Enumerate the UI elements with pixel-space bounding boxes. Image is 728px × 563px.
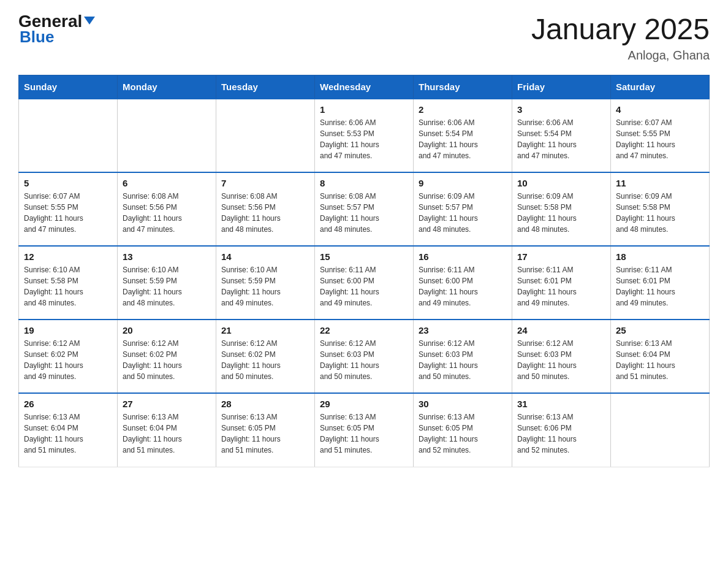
- day-info: Sunrise: 6:13 AM Sunset: 6:05 PM Dayligh…: [221, 412, 309, 456]
- calendar-cell: 14Sunrise: 6:10 AM Sunset: 5:59 PM Dayli…: [216, 246, 315, 320]
- calendar-cell: 8Sunrise: 6:08 AM Sunset: 5:57 PM Daylig…: [315, 172, 414, 246]
- calendar-week-row: 19Sunrise: 6:12 AM Sunset: 6:02 PM Dayli…: [19, 320, 710, 393]
- day-number: 16: [419, 251, 507, 262]
- day-number: 10: [517, 178, 605, 188]
- calendar-cell: 9Sunrise: 6:09 AM Sunset: 5:57 PM Daylig…: [414, 172, 512, 246]
- calendar-cell: 21Sunrise: 6:12 AM Sunset: 6:02 PM Dayli…: [216, 320, 315, 393]
- calendar-cell: [611, 393, 710, 467]
- day-number: 1: [320, 104, 408, 115]
- title-section: January 2025 Anloga, Ghana: [531, 12, 710, 63]
- calendar-cell: 29Sunrise: 6:13 AM Sunset: 6:05 PM Dayli…: [315, 393, 414, 467]
- calendar-header-monday: Monday: [118, 75, 216, 99]
- day-number: 12: [24, 251, 112, 262]
- calendar-cell: 15Sunrise: 6:11 AM Sunset: 6:00 PM Dayli…: [315, 246, 414, 320]
- calendar-cell: 2Sunrise: 6:06 AM Sunset: 5:54 PM Daylig…: [414, 99, 512, 172]
- day-info: Sunrise: 6:09 AM Sunset: 5:58 PM Dayligh…: [517, 191, 605, 235]
- day-number: 21: [221, 325, 309, 335]
- day-number: 30: [419, 399, 507, 409]
- day-info: Sunrise: 6:13 AM Sunset: 6:06 PM Dayligh…: [517, 412, 605, 456]
- calendar-cell: 13Sunrise: 6:10 AM Sunset: 5:59 PM Dayli…: [118, 246, 216, 320]
- day-info: Sunrise: 6:13 AM Sunset: 6:05 PM Dayligh…: [419, 412, 507, 456]
- calendar-cell: 20Sunrise: 6:12 AM Sunset: 6:02 PM Dayli…: [118, 320, 216, 393]
- day-info: Sunrise: 6:12 AM Sunset: 6:03 PM Dayligh…: [419, 338, 507, 382]
- day-info: Sunrise: 6:13 AM Sunset: 6:04 PM Dayligh…: [123, 412, 211, 456]
- day-number: 13: [123, 251, 211, 262]
- day-number: 14: [221, 251, 309, 262]
- calendar-cell: 24Sunrise: 6:12 AM Sunset: 6:03 PM Dayli…: [512, 320, 611, 393]
- day-info: Sunrise: 6:12 AM Sunset: 6:03 PM Dayligh…: [517, 338, 605, 382]
- day-info: Sunrise: 6:10 AM Sunset: 5:58 PM Dayligh…: [24, 264, 112, 308]
- calendar-cell: 5Sunrise: 6:07 AM Sunset: 5:55 PM Daylig…: [19, 172, 118, 246]
- calendar-cell: 30Sunrise: 6:13 AM Sunset: 6:05 PM Dayli…: [414, 393, 512, 467]
- day-info: Sunrise: 6:07 AM Sunset: 5:55 PM Dayligh…: [616, 117, 704, 161]
- calendar-cell: 26Sunrise: 6:13 AM Sunset: 6:04 PM Dayli…: [19, 393, 118, 467]
- calendar-cell: 23Sunrise: 6:12 AM Sunset: 6:03 PM Dayli…: [414, 320, 512, 393]
- logo-blue-text: Blue: [18, 28, 54, 47]
- day-info: Sunrise: 6:13 AM Sunset: 6:05 PM Dayligh…: [320, 412, 408, 456]
- day-info: Sunrise: 6:07 AM Sunset: 5:55 PM Dayligh…: [24, 191, 112, 235]
- calendar-cell: 3Sunrise: 6:06 AM Sunset: 5:54 PM Daylig…: [512, 99, 611, 172]
- day-number: 23: [419, 325, 507, 335]
- calendar-cell: 10Sunrise: 6:09 AM Sunset: 5:58 PM Dayli…: [512, 172, 611, 246]
- calendar-cell: 4Sunrise: 6:07 AM Sunset: 5:55 PM Daylig…: [611, 99, 710, 172]
- day-number: 29: [320, 399, 408, 409]
- calendar-cell: 28Sunrise: 6:13 AM Sunset: 6:05 PM Dayli…: [216, 393, 315, 467]
- day-info: Sunrise: 6:12 AM Sunset: 6:02 PM Dayligh…: [24, 338, 112, 382]
- day-number: 28: [221, 399, 309, 409]
- calendar-cell: 25Sunrise: 6:13 AM Sunset: 6:04 PM Dayli…: [611, 320, 710, 393]
- day-number: 8: [320, 178, 408, 188]
- day-info: Sunrise: 6:09 AM Sunset: 5:57 PM Dayligh…: [419, 191, 507, 235]
- calendar-cell: 22Sunrise: 6:12 AM Sunset: 6:03 PM Dayli…: [315, 320, 414, 393]
- day-info: Sunrise: 6:11 AM Sunset: 6:00 PM Dayligh…: [419, 264, 507, 308]
- calendar-cell: 19Sunrise: 6:12 AM Sunset: 6:02 PM Dayli…: [19, 320, 118, 393]
- calendar-header-thursday: Thursday: [414, 75, 512, 99]
- location: Anloga, Ghana: [531, 48, 710, 63]
- day-info: Sunrise: 6:11 AM Sunset: 6:00 PM Dayligh…: [320, 264, 408, 308]
- day-info: Sunrise: 6:08 AM Sunset: 5:56 PM Dayligh…: [123, 191, 211, 235]
- day-number: 11: [616, 178, 704, 188]
- calendar-cell: 17Sunrise: 6:11 AM Sunset: 6:01 PM Dayli…: [512, 246, 611, 320]
- calendar-week-row: 1Sunrise: 6:06 AM Sunset: 5:53 PM Daylig…: [19, 99, 710, 172]
- day-number: 26: [24, 399, 112, 409]
- calendar-cell: 7Sunrise: 6:08 AM Sunset: 5:56 PM Daylig…: [216, 172, 315, 246]
- day-number: 9: [419, 178, 507, 188]
- calendar-cell: 18Sunrise: 6:11 AM Sunset: 6:01 PM Dayli…: [611, 246, 710, 320]
- calendar-week-row: 26Sunrise: 6:13 AM Sunset: 6:04 PM Dayli…: [19, 393, 710, 467]
- day-info: Sunrise: 6:06 AM Sunset: 5:53 PM Dayligh…: [320, 117, 408, 161]
- day-number: 3: [517, 104, 605, 115]
- day-number: 20: [123, 325, 211, 335]
- day-info: Sunrise: 6:11 AM Sunset: 6:01 PM Dayligh…: [517, 264, 605, 308]
- day-number: 6: [123, 178, 211, 188]
- calendar-cell: 6Sunrise: 6:08 AM Sunset: 5:56 PM Daylig…: [118, 172, 216, 246]
- calendar-header-friday: Friday: [512, 75, 611, 99]
- day-number: 19: [24, 325, 112, 335]
- day-info: Sunrise: 6:10 AM Sunset: 5:59 PM Dayligh…: [221, 264, 309, 308]
- day-info: Sunrise: 6:12 AM Sunset: 6:02 PM Dayligh…: [221, 338, 309, 382]
- calendar-cell: 12Sunrise: 6:10 AM Sunset: 5:58 PM Dayli…: [19, 246, 118, 320]
- day-info: Sunrise: 6:11 AM Sunset: 6:01 PM Dayligh…: [616, 264, 704, 308]
- day-info: Sunrise: 6:09 AM Sunset: 5:58 PM Dayligh…: [616, 191, 704, 235]
- calendar-cell: [19, 99, 118, 172]
- calendar-header-saturday: Saturday: [611, 75, 710, 99]
- calendar-header-wednesday: Wednesday: [315, 75, 414, 99]
- day-info: Sunrise: 6:08 AM Sunset: 5:56 PM Dayligh…: [221, 191, 309, 235]
- calendar-header-sunday: Sunday: [19, 75, 118, 99]
- calendar-cell: 16Sunrise: 6:11 AM Sunset: 6:00 PM Dayli…: [414, 246, 512, 320]
- day-number: 31: [517, 399, 605, 409]
- day-number: 18: [616, 251, 704, 262]
- day-number: 17: [517, 251, 605, 262]
- calendar-header-tuesday: Tuesday: [216, 75, 315, 99]
- day-info: Sunrise: 6:06 AM Sunset: 5:54 PM Dayligh…: [419, 117, 507, 161]
- day-number: 7: [221, 178, 309, 188]
- calendar-cell: 11Sunrise: 6:09 AM Sunset: 5:58 PM Dayli…: [611, 172, 710, 246]
- calendar-cell: [216, 99, 315, 172]
- calendar-cell: 27Sunrise: 6:13 AM Sunset: 6:04 PM Dayli…: [118, 393, 216, 467]
- day-number: 2: [419, 104, 507, 115]
- calendar-cell: 31Sunrise: 6:13 AM Sunset: 6:06 PM Dayli…: [512, 393, 611, 467]
- calendar-week-row: 5Sunrise: 6:07 AM Sunset: 5:55 PM Daylig…: [19, 172, 710, 246]
- day-info: Sunrise: 6:10 AM Sunset: 5:59 PM Dayligh…: [123, 264, 211, 308]
- day-number: 22: [320, 325, 408, 335]
- day-info: Sunrise: 6:12 AM Sunset: 6:03 PM Dayligh…: [320, 338, 408, 382]
- logo: General Blue: [18, 12, 95, 47]
- day-info: Sunrise: 6:06 AM Sunset: 5:54 PM Dayligh…: [517, 117, 605, 161]
